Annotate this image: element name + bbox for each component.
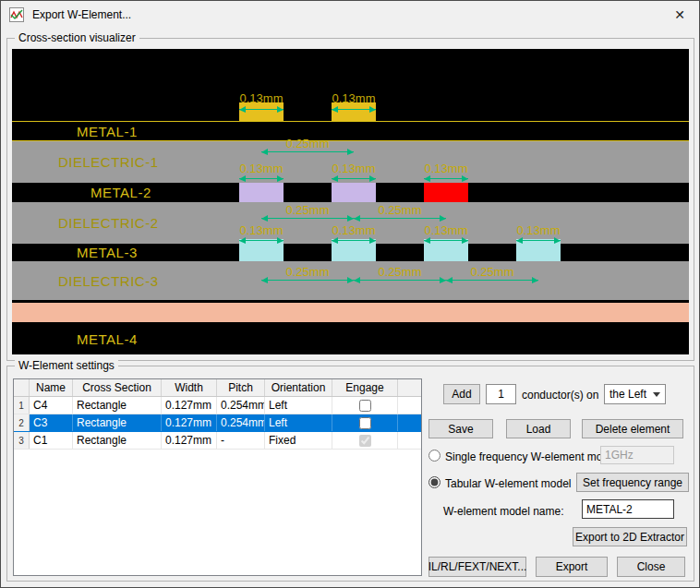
- col-header-orientation[interactable]: Orientation: [265, 379, 332, 396]
- engage-checkbox[interactable]: [359, 400, 371, 412]
- dim-width-label: 0.13mm: [418, 223, 474, 237]
- layer-label-metal2: METAL-2: [91, 185, 151, 200]
- layer-label-metal1: METAL-1: [77, 124, 138, 139]
- cell-orientation: Left: [265, 397, 332, 414]
- dim-pitch-label: 0.25mm: [465, 265, 520, 279]
- cell-name: C3: [30, 414, 73, 431]
- dim-width-label: 0.13mm: [326, 223, 381, 237]
- dim-width-label: 0.13mm: [234, 223, 289, 237]
- dim-pitch-arrow: [354, 218, 446, 219]
- engage-checkbox[interactable]: [359, 417, 371, 429]
- frequency-value-input: [600, 446, 674, 464]
- w-element-settings-group: W-Element settings Name Cross Section Wi…: [6, 366, 694, 582]
- col-header-engage[interactable]: Engage: [332, 379, 398, 396]
- cell-orientation: Left: [265, 414, 332, 431]
- cell-name: C1: [30, 432, 73, 449]
- layer-label-dielectric2: DIELECTRIC-2: [58, 215, 159, 231]
- save-button[interactable]: Save: [428, 419, 493, 438]
- dim-pitch-arrow: [446, 280, 538, 281]
- conductor-table: Name Cross Section Width Pitch Orientati…: [13, 378, 422, 576]
- table-row-c3-selected[interactable]: 2 C3 Rectangle 0.127mm 0.254mm Left: [14, 414, 421, 432]
- row-number: 3: [14, 432, 30, 449]
- table-row-c1[interactable]: 3 C1 Rectangle 0.127mm - Fixed: [14, 432, 421, 450]
- cell-cross-section: Rectangle: [73, 414, 162, 431]
- export-button[interactable]: Export: [536, 557, 608, 577]
- cross-section-group: Cross-section visualizer METAL-1 DIELECT…: [6, 38, 694, 361]
- dim-pitch-label: 0.25mm: [372, 203, 428, 217]
- dim-width-label: 0.13mm: [234, 91, 289, 105]
- cell-pitch: -: [217, 432, 265, 449]
- conductor-m2-3-selected[interactable]: [424, 183, 468, 202]
- engage-checkbox: [359, 435, 371, 447]
- cell-name: C4: [30, 397, 73, 414]
- model-name-label: W-element model name:: [443, 505, 564, 518]
- cell-filler: [398, 432, 421, 449]
- dim-width-arrow: [239, 109, 284, 110]
- dim-pitch-label: 0.25mm: [280, 137, 335, 150]
- titlebar: Export W-Element... ✕: [1, 1, 699, 29]
- dim-pitch-arrow: [261, 218, 354, 219]
- cell-pitch: 0.254mm: [217, 397, 265, 414]
- col-header-pitch[interactable]: Pitch: [217, 379, 265, 396]
- row-number: 2: [14, 414, 30, 431]
- set-frequency-range-button[interactable]: Set frequency range: [576, 473, 689, 492]
- dim-width-label: 0.13mm: [326, 91, 381, 105]
- dim-width-label: 0.13mm: [418, 162, 474, 175]
- export-to-2d-extractor-button[interactable]: Export to 2D Extractor: [573, 527, 687, 546]
- col-header-width[interactable]: Width: [162, 379, 217, 396]
- dim-width-arrow: [424, 178, 468, 179]
- cell-pitch: 0.254mm: [217, 414, 265, 431]
- model-name-input[interactable]: [582, 499, 674, 519]
- dim-width-arrow: [516, 240, 561, 241]
- col-header-name[interactable]: Name: [30, 379, 73, 396]
- dim-pitch-label: 0.25mm: [372, 265, 428, 279]
- add-button[interactable]: Add: [443, 384, 480, 404]
- conductor-count-input[interactable]: [486, 384, 516, 404]
- cell-width: 0.127mm: [162, 414, 217, 431]
- dim-width-arrow: [239, 178, 284, 179]
- dim-width-arrow: [332, 240, 376, 241]
- dim-width-arrow: [332, 178, 376, 179]
- conductor-m2-1[interactable]: [239, 183, 284, 202]
- cross-section-canvas[interactable]: METAL-1 DIELECTRIC-1 METAL-2 DIELECTRIC-…: [12, 49, 689, 354]
- dim-pitch-arrow: [354, 280, 446, 281]
- layer-label-dielectric1: DIELECTRIC-1: [58, 154, 159, 170]
- chevron-down-icon: [653, 392, 660, 397]
- col-header-cross-section[interactable]: Cross Section: [73, 379, 162, 396]
- delete-element-button[interactable]: Delete element: [582, 419, 683, 438]
- table-row-c4[interactable]: 1 C4 Rectangle 0.127mm 0.254mm Left: [14, 397, 421, 414]
- layer-label-metal4: METAL-4: [77, 331, 138, 347]
- cell-filler: [398, 414, 421, 431]
- close-button[interactable]: Close: [617, 557, 685, 577]
- cell-cross-section: Rectangle: [73, 432, 162, 449]
- cell-width: 0.127mm: [162, 397, 217, 414]
- single-frequency-label: Single frequency W-element model: [445, 450, 618, 463]
- layer-label-dielectric3: DIELECTRIC-3: [58, 273, 159, 289]
- cell-orientation: Fixed: [265, 432, 332, 449]
- tabular-model-radio[interactable]: [428, 476, 441, 488]
- table-header: Name Cross Section Width Pitch Orientati…: [14, 379, 421, 397]
- cell-width: 0.127mm: [162, 432, 217, 449]
- tabular-model-label: Tabular W-element model: [445, 477, 572, 490]
- il-rl-fext-next-button[interactable]: IL/RL/FEXT/NEXT...: [428, 557, 526, 577]
- header-gutter: [14, 379, 30, 396]
- load-button[interactable]: Load: [506, 419, 571, 438]
- side-select-value: the Left: [609, 388, 646, 401]
- side-select[interactable]: the Left: [604, 384, 666, 404]
- dim-width-arrow: [332, 109, 376, 110]
- cell-filler: [398, 397, 421, 414]
- dim-width-label: 0.13mm: [511, 223, 566, 237]
- window-title: Export W-Element...: [32, 8, 131, 21]
- dim-width-arrow: [239, 240, 284, 241]
- export-w-element-dialog: Export W-Element... ✕ Cross-section visu…: [0, 0, 700, 588]
- w-element-settings-label: W-Element settings: [15, 359, 118, 372]
- conductors-on-label: conductor(s) on: [522, 389, 598, 402]
- row-number: 1: [14, 397, 30, 414]
- dim-pitch-label: 0.25mm: [280, 265, 335, 279]
- layer-soldermask-band: [12, 303, 689, 322]
- conductor-m2-2[interactable]: [332, 183, 376, 202]
- close-icon[interactable]: ✕: [669, 7, 691, 22]
- single-frequency-radio[interactable]: [428, 450, 441, 462]
- cell-cross-section: Rectangle: [73, 397, 162, 414]
- dim-pitch-label: 0.25mm: [280, 203, 335, 217]
